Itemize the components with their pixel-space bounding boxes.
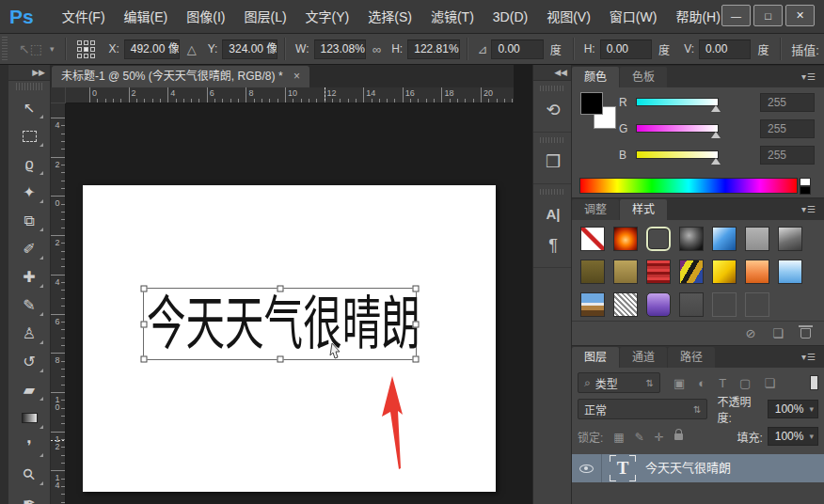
text-layer-thumbnail[interactable]: T [610, 455, 636, 481]
maximize-button[interactable]: □ [753, 5, 783, 26]
document-page[interactable]: 今天天气很晴朗 [83, 185, 496, 492]
menu-item-10[interactable]: 窗口(W) [600, 0, 667, 34]
transform-handle[interactable] [277, 286, 283, 292]
width-scale-input[interactable]: 123.08% [314, 39, 366, 59]
close-button[interactable]: ✕ [785, 5, 815, 26]
color-spectrum-ramp[interactable] [579, 178, 798, 194]
spectrum-black-swatch[interactable] [800, 186, 811, 195]
panel-menu-icon[interactable]: ▾☰ [801, 204, 816, 214]
lock-pixels-icon[interactable]: ✎ [635, 431, 644, 444]
style-empty-1[interactable] [712, 292, 737, 317]
style-landscape[interactable] [580, 292, 605, 317]
relative-position-icon[interactable]: △ [187, 42, 197, 56]
slider-thumb-icon[interactable] [711, 105, 721, 112]
style-multicolor[interactable] [679, 260, 704, 284]
history-panel-icon[interactable]: ⟲ [533, 94, 573, 126]
blend-mode-select[interactable]: 正常 ⇅ [578, 399, 707, 419]
style-orange-glow[interactable] [613, 227, 638, 251]
style-none[interactable] [580, 227, 605, 251]
eraser-tool[interactable]: ▰ [13, 377, 45, 402]
eyedropper-tool[interactable]: ✐ [13, 236, 45, 261]
lock-all-icon[interactable] [674, 433, 683, 440]
ruler-corner[interactable] [51, 87, 66, 103]
tab-close-icon[interactable]: × [293, 70, 300, 83]
style-dark-sphere[interactable] [679, 227, 704, 251]
slider-track-B[interactable] [636, 150, 719, 159]
pen-tool[interactable]: ✒ [13, 490, 45, 504]
x-position-input[interactable]: 492.00 像素 [124, 39, 180, 59]
document-tab[interactable]: 未标题-1 @ 50% (今天天气很晴朗, RGB/8) * × [52, 66, 309, 87]
slider-value-G[interactable]: 255 [760, 119, 815, 138]
opacity-input[interactable]: 100% ▾ [768, 400, 818, 418]
canvas-workspace[interactable]: 今天天气很晴朗 [66, 103, 514, 504]
filter-adjustment-layers-icon[interactable]: ◐ [698, 376, 705, 390]
slider-value-R[interactable]: 255 [760, 93, 815, 112]
lock-transparency-icon[interactable]: ▦ [613, 431, 624, 444]
character-panel-icon[interactable]: A| [533, 197, 573, 229]
panel-menu-icon[interactable]: ▾☰ [801, 71, 816, 82]
slider-track-G[interactable] [636, 124, 719, 133]
transform-handle[interactable] [413, 321, 420, 327]
brush-tool[interactable]: ✎ [13, 292, 45, 318]
filter-type-layers-icon[interactable]: T [719, 376, 726, 390]
spectrum-white-swatch[interactable] [800, 178, 811, 186]
styles-tab-样式[interactable]: 样式 [620, 199, 667, 220]
style-default-selected[interactable] [646, 227, 671, 251]
panel-menu-icon[interactable]: ▾☰ [801, 352, 816, 362]
styles-tab-调整[interactable]: 调整 [572, 199, 619, 220]
color-tab-色板[interactable]: 色板 [620, 67, 667, 87]
gradient-tool[interactable] [13, 405, 45, 431]
y-position-input[interactable]: 324.00 像素 [222, 39, 277, 59]
layer-filter-type-select[interactable]: ⌕ 类型 ⇅ [578, 372, 660, 393]
transform-handle[interactable] [141, 356, 148, 363]
color-tab-颜色[interactable]: 颜色 [572, 67, 619, 87]
menu-item-4[interactable]: 图层(L) [234, 0, 295, 34]
vertical-ruler[interactable]: 420246810121416 [51, 103, 66, 504]
transform-handle[interactable] [141, 286, 148, 292]
height-scale-input[interactable]: 122.81% [407, 39, 459, 59]
menu-item-9[interactable]: 视图(V) [537, 0, 600, 34]
history-brush-tool[interactable]: ↺ [13, 349, 45, 374]
lock-position-icon[interactable]: ✛ [655, 431, 664, 444]
clone-stamp-tool[interactable]: ♙ [13, 321, 45, 346]
transform-handle[interactable] [141, 321, 148, 327]
move-tool[interactable]: ↖ [13, 95, 45, 120]
slider-thumb-icon[interactable] [711, 132, 721, 138]
style-purple[interactable] [646, 292, 671, 317]
preset-dropdown-icon[interactable]: ▾ [50, 44, 55, 54]
blur-tool[interactable]: ❜ [13, 433, 45, 459]
style-yellow-3d[interactable] [712, 260, 737, 284]
filter-smart-objects-icon[interactable]: ❏ [764, 376, 775, 390]
filter-pixel-layers-icon[interactable]: ▣ [673, 376, 685, 390]
foreground-color-swatch[interactable] [580, 92, 603, 115]
properties-panel-icon[interactable]: ❒ [533, 146, 573, 178]
transform-handle[interactable] [413, 286, 420, 292]
reference-point-locator[interactable] [77, 40, 95, 58]
style-dark-flat[interactable] [679, 292, 704, 317]
tool-preset-icon[interactable]: ↖⬚ [19, 41, 42, 56]
quick-selection-tool[interactable]: ✦ [13, 180, 45, 205]
clear-style-icon[interactable]: ⊘ [745, 326, 755, 340]
style-olive[interactable] [613, 260, 638, 284]
tools-expand-button[interactable]: ▶▶ [8, 65, 50, 81]
menu-item-2[interactable]: 编辑(E) [115, 0, 178, 34]
layers-tab-通道[interactable]: 通道 [620, 347, 667, 368]
spot-healing-brush-tool[interactable]: ✚ [13, 264, 45, 290]
skew-h-input[interactable]: 0.00 [600, 39, 652, 59]
minimize-button[interactable]: — [721, 5, 751, 26]
style-dark-olive[interactable] [580, 260, 605, 284]
slider-value-B[interactable]: 255 [760, 146, 815, 165]
style-red-stripes[interactable] [646, 260, 671, 284]
style-blue-gloss[interactable] [712, 227, 737, 251]
style-empty-2[interactable] [745, 292, 769, 317]
lasso-tool[interactable]: ϱ [13, 151, 45, 177]
transform-bounding-box[interactable]: 今天天气很晴朗 [143, 288, 417, 360]
menu-item-8[interactable]: 3D(D) [483, 0, 537, 34]
text-layer-row[interactable]: T 今天天气很晴朗 [572, 454, 824, 482]
transform-handle[interactable] [277, 356, 283, 363]
menu-item-5[interactable]: 文字(Y) [296, 0, 359, 34]
style-sky-glass[interactable] [778, 260, 802, 284]
skew-v-input[interactable]: 0.00 [699, 39, 751, 59]
filter-shape-layers-icon[interactable]: ▢ [739, 376, 751, 390]
rotation-input[interactable]: 0.00 [491, 39, 543, 59]
